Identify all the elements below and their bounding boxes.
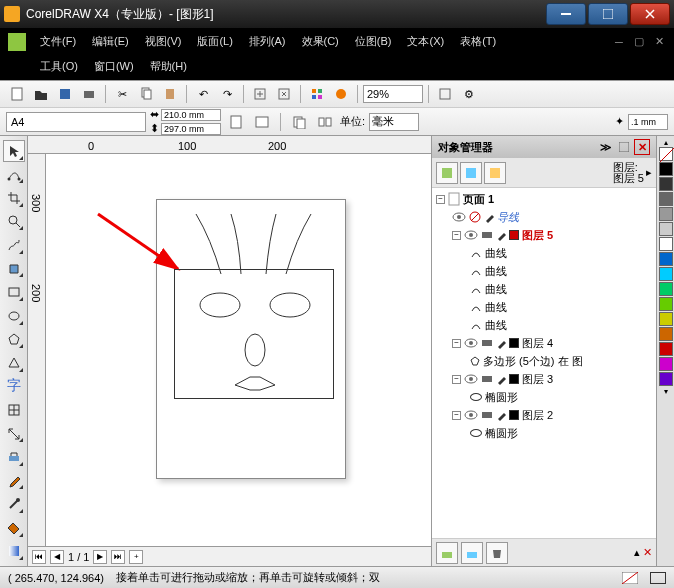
basic-shapes-tool[interactable] (3, 352, 25, 374)
color-swatch[interactable] (659, 282, 673, 296)
pen-icon[interactable] (496, 409, 506, 421)
menu-table[interactable]: 表格(T) (452, 31, 504, 52)
menu-text[interactable]: 文本(X) (399, 31, 452, 52)
menu-file[interactable]: 文件(F) (32, 31, 84, 52)
menu-layout[interactable]: 版面(L) (189, 31, 240, 52)
print-icon[interactable] (481, 410, 493, 420)
layer-3-node[interactable]: 图层 3 (522, 372, 553, 387)
rectangle-tool[interactable] (3, 281, 25, 303)
eye-icon[interactable] (464, 374, 478, 384)
move-up-icon[interactable]: ▴ (634, 546, 640, 559)
docker-collapse-button[interactable] (616, 139, 632, 155)
zoom-input[interactable] (363, 85, 423, 103)
text-tool[interactable]: 字 (3, 376, 25, 398)
delete-icon[interactable]: ✕ (643, 546, 652, 559)
eye-icon[interactable] (452, 212, 466, 222)
fill-tool[interactable] (3, 517, 25, 539)
welcome-button[interactable] (330, 83, 352, 105)
curve-object[interactable]: 曲线 (485, 246, 507, 261)
delete-button[interactable] (486, 542, 508, 564)
fill-indicator-icon[interactable] (622, 572, 638, 584)
page-size-select[interactable] (6, 112, 146, 132)
layer-4-node[interactable]: 图层 4 (522, 336, 553, 351)
docker-options-button[interactable]: ≫ (598, 139, 614, 155)
mdi-restore-icon[interactable]: ▢ (632, 35, 646, 49)
color-swatch[interactable] (659, 327, 673, 341)
new-master-layer-button[interactable] (461, 542, 483, 564)
options-button[interactable]: ⚙ (458, 83, 480, 105)
zoom-tool[interactable] (3, 211, 25, 233)
crop-tool[interactable] (3, 187, 25, 209)
print-icon[interactable] (481, 230, 493, 240)
docker-menu-button[interactable]: ▸ (646, 166, 652, 179)
layer-manager-view-button[interactable] (484, 162, 506, 184)
import-button[interactable] (249, 83, 271, 105)
facing-button[interactable] (314, 111, 336, 133)
outline-indicator-icon[interactable] (650, 572, 666, 584)
print-icon[interactable] (481, 338, 493, 348)
layer-color-icon[interactable] (509, 338, 519, 348)
eye-icon[interactable] (464, 230, 478, 240)
mdi-minimize-icon[interactable]: ─ (612, 35, 626, 49)
pen-icon[interactable] (496, 229, 506, 241)
new-layer-button[interactable] (436, 542, 458, 564)
prev-page-button[interactable]: ◀ (50, 550, 64, 564)
nudge-input[interactable] (628, 114, 668, 130)
redo-button[interactable]: ↷ (216, 83, 238, 105)
eyedropper-tool[interactable] (3, 470, 25, 492)
layer-color-icon[interactable] (509, 410, 519, 420)
page-height-input[interactable] (161, 123, 221, 135)
show-properties-button[interactable] (436, 162, 458, 184)
pen-icon[interactable] (484, 211, 494, 223)
menu-edit[interactable]: 编辑(E) (84, 31, 137, 52)
canvas[interactable] (46, 154, 431, 546)
layer-color-icon[interactable] (509, 230, 519, 240)
next-page-button[interactable]: ▶ (93, 550, 107, 564)
layer-color-icon[interactable] (509, 374, 519, 384)
last-page-button[interactable]: ⏭ (111, 550, 125, 564)
color-swatch[interactable] (659, 177, 673, 191)
minimize-button[interactable] (546, 3, 586, 25)
color-swatch[interactable] (659, 297, 673, 311)
outline-tool[interactable] (3, 493, 25, 515)
color-swatch[interactable] (659, 357, 673, 371)
curve-object[interactable]: 曲线 (485, 300, 507, 315)
color-swatch[interactable] (659, 267, 673, 281)
export-button[interactable] (273, 83, 295, 105)
first-page-button[interactable]: ⏮ (32, 550, 46, 564)
menu-help[interactable]: 帮助(H) (142, 56, 195, 77)
color-swatch[interactable] (659, 312, 673, 326)
color-swatch[interactable] (659, 192, 673, 206)
menu-window[interactable]: 窗口(W) (86, 56, 142, 77)
palette-down-button[interactable]: ▾ (664, 387, 668, 396)
color-swatch[interactable] (659, 237, 673, 251)
layer-5-node[interactable]: 图层 5 (522, 228, 553, 243)
palette-up-button[interactable]: ▴ (664, 138, 668, 147)
expander-icon[interactable]: − (452, 231, 461, 240)
cut-button[interactable]: ✂ (111, 83, 133, 105)
save-button[interactable] (54, 83, 76, 105)
expander-icon[interactable]: − (452, 375, 461, 384)
color-swatch[interactable] (659, 222, 673, 236)
landscape-button[interactable] (251, 111, 273, 133)
ellipse-object[interactable]: 椭圆形 (485, 390, 518, 405)
color-swatch[interactable] (659, 342, 673, 356)
curve-object[interactable]: 曲线 (485, 318, 507, 333)
ellipse-object[interactable]: 椭圆形 (485, 426, 518, 441)
unit-select[interactable] (369, 113, 419, 131)
copy-button[interactable] (135, 83, 157, 105)
open-button[interactable] (30, 83, 52, 105)
freehand-tool[interactable] (3, 234, 25, 256)
add-page-button[interactable]: + (129, 550, 143, 564)
table-tool[interactable] (3, 399, 25, 421)
expander-icon[interactable]: − (452, 411, 461, 420)
new-button[interactable] (6, 83, 28, 105)
snap-button[interactable] (434, 83, 456, 105)
menu-bitmap[interactable]: 位图(B) (347, 31, 400, 52)
expander-icon[interactable]: − (452, 339, 461, 348)
interactive-fill-tool[interactable] (3, 541, 25, 563)
edit-across-layers-button[interactable] (460, 162, 482, 184)
shape-tool[interactable] (3, 164, 25, 186)
smart-fill-tool[interactable] (3, 258, 25, 280)
color-swatch[interactable] (659, 162, 673, 176)
